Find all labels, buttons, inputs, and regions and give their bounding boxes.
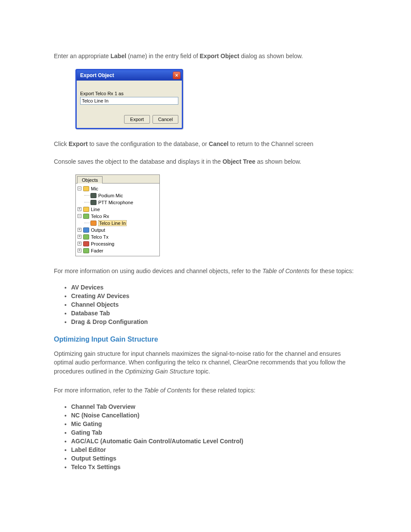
collapse-icon[interactable]: − — [78, 214, 81, 218]
close-icon[interactable]: × — [173, 72, 181, 79]
tree-node-podium-mic[interactable]: Podium Mic — [77, 192, 159, 199]
export-object-dialog: Export Object × Export Telco Rx 1 as Exp… — [75, 69, 183, 129]
mic-icon — [90, 193, 97, 198]
topics-list-2: Channel Tab Overview NC (Noise Cancellat… — [71, 403, 357, 470]
export-field-label: Export Telco Rx 1 as — [80, 91, 178, 96]
more-info-para-1: For more information on using audio devi… — [54, 267, 357, 275]
export-name-input[interactable] — [80, 97, 178, 105]
tree-node-telco-tx[interactable]: + Telco Tx — [77, 233, 159, 240]
expand-icon[interactable]: + — [78, 228, 81, 232]
intro-para-1: Enter an appropriate Label (name) in the… — [54, 52, 357, 60]
folder-icon — [83, 248, 89, 253]
folder-icon — [83, 214, 89, 219]
console-saves-para: Console saves the object to the database… — [54, 157, 357, 166]
collapse-icon[interactable]: − — [78, 187, 81, 190]
list-item: AV Devices — [71, 284, 357, 291]
tree-node-processing[interactable]: + Processing — [77, 240, 159, 247]
expand-icon[interactable]: + — [78, 242, 81, 246]
list-item: Output Settings — [71, 455, 357, 462]
expand-icon[interactable]: + — [78, 249, 81, 252]
phone-icon — [90, 221, 97, 226]
list-item: Gating Tab — [71, 429, 357, 436]
cancel-button[interactable]: Cancel — [153, 115, 178, 124]
expand-icon[interactable]: + — [78, 235, 81, 239]
object-tree-panel: Objects − Mic Podium Mic PTT Microphone … — [75, 174, 160, 256]
tree-node-telco-rx[interactable]: − Telco Rx — [77, 213, 159, 220]
list-item: Channel Tab Overview — [71, 403, 357, 410]
list-item: Mic Gating — [71, 420, 357, 427]
tree-node-output[interactable]: + Output — [77, 227, 159, 233]
tree-node-ptt-mic[interactable]: PTT Microphone — [77, 199, 159, 206]
tree-node-mic[interactable]: − Mic — [77, 185, 159, 192]
objects-tab[interactable]: Objects — [77, 176, 103, 184]
tree-node-line[interactable]: + Line — [77, 206, 159, 213]
list-item: Label Editor — [71, 446, 357, 453]
list-item: Telco Tx Settings — [71, 464, 357, 470]
tree-node-telco-line-in[interactable]: Telco Line In — [77, 220, 159, 227]
list-item: Creating AV Devices — [71, 292, 357, 299]
folder-icon — [83, 234, 89, 240]
more-info-para-2: For more information, refer to the Table… — [54, 386, 357, 395]
mic-icon — [90, 200, 97, 205]
section-heading-optimizing: Optimizing Input Gain Structure — [54, 336, 357, 343]
list-item: NC (Noise Cancellation) — [71, 412, 357, 419]
click-export-para: Click Export to save the configuration t… — [54, 140, 357, 148]
export-button[interactable]: Export — [124, 115, 150, 124]
dialog-title: Export Object — [80, 72, 114, 78]
list-item: Drag & Drop Configuration — [71, 318, 357, 325]
folder-icon — [83, 186, 89, 191]
list-item: Database Tab — [71, 310, 357, 317]
folder-icon — [83, 207, 89, 212]
list-item: Channel Objects — [71, 301, 357, 308]
dialog-titlebar: Export Object × — [77, 70, 182, 81]
folder-icon — [83, 241, 89, 246]
list-item: AGC/ALC (Automatic Gain Control/Automati… — [71, 438, 357, 445]
tree-node-fader[interactable]: + Fader — [77, 247, 159, 254]
folder-icon — [83, 227, 89, 233]
optimizing-para: Optimizing gain structure for input chan… — [54, 349, 357, 376]
topics-list-1: AV Devices Creating AV Devices Channel O… — [71, 284, 357, 325]
tree-body: − Mic Podium Mic PTT Microphone + Line − — [76, 183, 159, 256]
expand-icon[interactable]: + — [78, 207, 81, 211]
